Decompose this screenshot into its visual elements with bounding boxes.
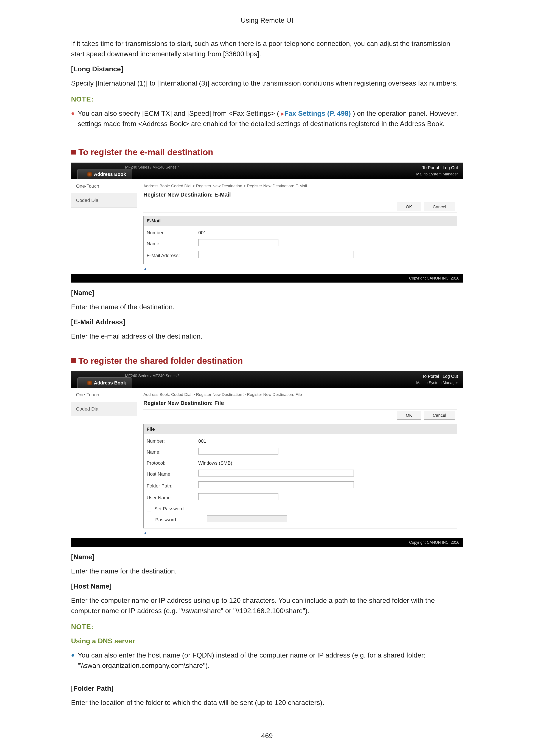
to-portal-link[interactable]: To Portal — [422, 165, 439, 170]
to-portal-link[interactable]: To Portal — [422, 374, 439, 379]
folder-path-heading: [Folder Path] — [71, 683, 463, 693]
password-label: Password: — [147, 516, 207, 523]
link-arrow-icon: ▸ — [281, 110, 284, 117]
folder-path-input[interactable] — [198, 481, 354, 488]
file-name-heading: [Name] — [71, 552, 463, 562]
user-name-label: User Name: — [147, 494, 198, 501]
host-name-heading: [Host Name] — [71, 581, 463, 591]
dns-body: You can also enter the host name (or FQD… — [78, 650, 463, 671]
bullet-icon: ● — [71, 108, 75, 133]
address-book-icon — [88, 381, 92, 385]
note-body: You can also specify [ECM TX] and [Speed… — [78, 108, 463, 129]
note-heading: NOTE: — [71, 622, 463, 632]
breadcrumb: Address Book: Coded Dial > Register New … — [143, 392, 457, 398]
number-value: 001 — [198, 438, 454, 445]
mail-to-sysmgr-link[interactable]: Mail to System Manager — [416, 380, 458, 386]
note-heading: NOTE: — [71, 94, 463, 104]
page-heading: Register New Destination: File — [143, 399, 457, 407]
screenshot-register-email: MF240 Series / MF240 Series / To Portal … — [71, 162, 463, 283]
set-password-checkbox[interactable] — [147, 507, 151, 511]
cancel-button[interactable]: Cancel — [424, 411, 455, 419]
breadcrumb: Address Book: Coded Dial > Register New … — [143, 183, 457, 189]
number-label: Number: — [147, 229, 198, 236]
sidebar-item-one-touch[interactable]: One-Touch — [71, 388, 137, 402]
copyright-text: Copyright CANON INC. 2016 — [71, 538, 463, 547]
copyright-text: Copyright CANON INC. 2016 — [71, 274, 463, 283]
name-label: Name: — [147, 448, 198, 456]
set-password-label: Set Password — [154, 506, 184, 511]
bullet-icon: ● — [71, 650, 75, 675]
screenshot-register-file: MF240 Series / MF240 Series / To Portal … — [71, 371, 463, 547]
host-name-input[interactable] — [198, 470, 354, 476]
device-model-text: MF240 Series / MF240 Series / — [125, 373, 179, 379]
section-marker-icon — [71, 358, 76, 363]
number-label: Number: — [147, 438, 198, 445]
folder-path-label: Folder Path: — [147, 482, 198, 489]
log-out-link[interactable]: Log Out — [443, 374, 458, 379]
number-value: 001 — [198, 229, 454, 236]
section-email-title: To register the e-mail destination — [78, 146, 213, 159]
chapter-title: Using Remote UI — [71, 15, 463, 25]
host-name-body: Enter the computer name or IP address us… — [71, 595, 463, 616]
log-out-link[interactable]: Log Out — [443, 165, 458, 170]
name-input[interactable] — [198, 239, 278, 246]
sidebar-item-coded-dial[interactable]: Coded Dial — [71, 402, 137, 416]
email-name-body: Enter the name of the destination. — [71, 302, 463, 312]
device-model-text: MF240 Series / MF240 Series / — [125, 164, 179, 170]
mail-to-sysmgr-link[interactable]: Mail to System Manager — [416, 171, 458, 177]
protocol-value: Windows (SMB) — [198, 459, 454, 467]
cross-ref-link[interactable]: Fax Settings (P. 498) — [284, 109, 351, 117]
host-name-label: Host Name: — [147, 471, 198, 477]
file-name-body: Enter the name for the destination. — [71, 566, 463, 576]
email-name-heading: [Name] — [71, 287, 463, 298]
intro-paragraph: If it takes time for transmissions to st… — [71, 39, 463, 59]
email-address-body: Enter the e-mail address of the destinat… — [71, 331, 463, 341]
scroll-top-icon[interactable]: ▲ — [143, 266, 147, 272]
ok-button[interactable]: OK — [397, 202, 421, 211]
panel-heading-email: E-Mail — [144, 216, 457, 226]
page-number: 469 — [0, 731, 534, 741]
user-name-input[interactable] — [198, 493, 278, 500]
dns-subheading: Using a DNS server — [71, 636, 463, 646]
sidebar-item-one-touch[interactable]: One-Touch — [71, 179, 137, 193]
email-address-input[interactable] — [198, 251, 354, 258]
long-distance-body: Specify [International (1)] to [Internat… — [71, 78, 463, 88]
address-book-icon — [88, 172, 92, 176]
address-book-tab[interactable]: Address Book — [77, 169, 132, 179]
protocol-label: Protocol: — [147, 459, 198, 467]
section-marker-icon — [71, 150, 76, 154]
section-file-title: To register the shared folder destinatio… — [78, 354, 243, 367]
panel-heading-file: File — [144, 424, 457, 434]
long-distance-heading: [Long Distance] — [71, 64, 463, 74]
name-input[interactable] — [198, 447, 278, 454]
email-address-label: E-Mail Address: — [147, 252, 198, 259]
page-heading: Register New Destination: E-Mail — [143, 191, 457, 199]
cancel-button[interactable]: Cancel — [424, 202, 455, 211]
ok-button[interactable]: OK — [397, 411, 421, 419]
sidebar-item-coded-dial[interactable]: Coded Dial — [71, 193, 137, 207]
password-input[interactable] — [207, 515, 287, 522]
address-book-tab[interactable]: Address Book — [77, 377, 132, 388]
scroll-top-icon[interactable]: ▲ — [143, 530, 147, 536]
name-label: Name: — [147, 240, 198, 247]
email-address-heading: [E-Mail Address] — [71, 317, 463, 327]
folder-path-body: Enter the location of the folder to whic… — [71, 697, 463, 708]
